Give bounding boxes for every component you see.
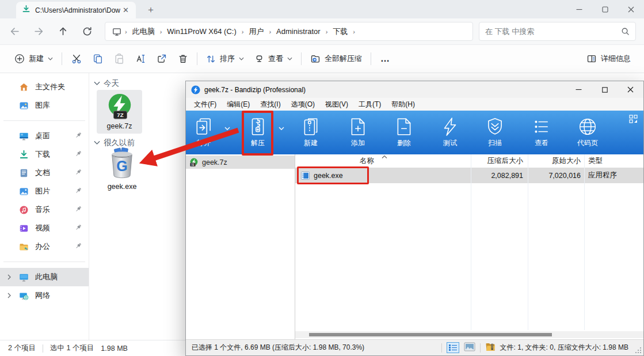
open-dropdown[interactable] [222,127,233,131]
minimize-button[interactable] [566,0,592,18]
bandizip-title-bar[interactable]: geek.7z - Bandizip (Professional) [186,81,643,98]
close-button[interactable] [618,0,644,18]
bandizip-minimize-button[interactable] [566,81,592,98]
search-icon [621,27,630,36]
tab-close-icon[interactable]: ✕ [120,6,131,14]
refresh-button[interactable] [77,22,97,41]
more-button[interactable]: … [375,54,397,64]
details-label: 详细信息 [601,54,631,64]
paste-button[interactable] [108,48,129,69]
add-files-button[interactable]: 添加 [340,117,376,148]
sidebar-item-documents[interactable]: 文档 [0,164,89,182]
window-controls [566,0,644,18]
search-input[interactable] [485,27,621,36]
view-button[interactable]: 查看 [249,48,298,69]
preview-toggle[interactable] [464,342,475,353]
file-geek7z[interactable]: 7Z geek.7z [97,90,142,134]
bandizip-close-button[interactable] [618,81,643,98]
breadcrumb-downloads[interactable]: 下载 [329,26,352,37]
sidebar-item-music[interactable]: 音乐 [0,200,89,219]
forward-button[interactable] [29,22,48,41]
scan-button[interactable]: 扫描 [477,117,513,148]
column-header-type[interactable]: 类型 [584,156,643,166]
search-box[interactable] [479,22,636,41]
toolbar-divider [62,52,62,65]
sidebar-item-downloads[interactable]: 下载 [0,145,89,164]
extract-all-button[interactable]: 全部解压缩 [305,48,367,69]
codepage-button[interactable]: 代码页 [570,117,605,148]
toolbar-label: 代码页 [577,138,598,148]
rename-button[interactable] [129,48,151,69]
view-file-button[interactable]: 查看 [524,117,559,148]
explorer-tab[interactable]: C:\Users\Administrator\Downl ✕ [16,2,136,18]
breadcrumb-this-pc[interactable]: 此电脑 [128,26,159,37]
menu-edit[interactable]: 编辑(E) [222,100,255,109]
details-view-toggle[interactable] [447,342,459,353]
sidebar-item-this-pc[interactable]: 此电脑 [0,268,89,286]
new-tab-button[interactable]: ＋ [146,4,155,18]
menu-view[interactable]: 视图(V) [320,100,353,109]
trash-icon [178,54,188,64]
sidebar-item-office[interactable]: 办公 [0,237,89,256]
extract-dropdown[interactable] [276,127,287,131]
details-button[interactable]: 详细信息 [581,48,636,69]
menu-file[interactable]: 文件(F) [189,100,222,109]
horizontal-scrollbar[interactable] [295,331,643,338]
menu-options[interactable]: 选项(O) [286,100,320,109]
resize-grip[interactable] [635,347,642,354]
scrollbar-thumb[interactable] [309,333,552,336]
open-archive-button[interactable]: 打开 [186,117,222,148]
menu-help[interactable]: 帮助(H) [386,100,420,109]
new-archive-button[interactable]: 新建 [293,117,329,148]
tree-item-geek7z[interactable]: 7Z geek.7z [186,156,295,169]
menu-tools[interactable]: 工具(T) [353,100,386,109]
sidebar-item-network[interactable]: 网络 [0,286,89,305]
sidebar-item-label: 音乐 [35,204,50,215]
column-divider [528,154,528,330]
sidebar-item-gallery[interactable]: 图库 [0,96,89,115]
share-button[interactable] [151,48,172,69]
list-header: 名称 压缩后大小 原始大小 类型 [295,154,643,168]
address-bar: › 此电脑 › Win11ProW X64 (C:) › 用户 › Admini… [0,18,644,45]
up-button[interactable] [53,22,73,41]
toolbar-label: 添加 [351,138,365,148]
maximize-button[interactable] [592,0,618,18]
sidebar-item-home[interactable]: 主文件夹 [0,78,89,96]
cut-button[interactable] [66,48,87,69]
file-name: geek.exe [96,183,148,191]
group-header-today[interactable]: 今天 [94,78,119,89]
test-archive-button[interactable]: 测试 [432,117,468,148]
open-archive-folder-icon[interactable] [485,342,496,354]
layout-toggle-icon[interactable] [629,115,638,126]
sidebar-item-videos[interactable]: 视频 [0,219,89,237]
sidebar-item-desktop[interactable]: 桌面 [0,127,89,145]
address-box[interactable]: › 此电脑 › Win11ProW X64 (C:) › 用户 › Admini… [105,22,473,41]
copy-button[interactable] [87,48,108,69]
selected-count: 选中 1 个项目 [50,343,94,353]
open-icon [194,117,214,137]
breadcrumb-drive-c[interactable]: Win11ProW X64 (C:) [163,27,240,36]
add-icon [348,117,368,137]
bandizip-content: 7Z geek.7z 名称 压缩后大小 原始大小 类型 [186,154,643,339]
tree-item-label: geek.7z [202,158,227,166]
bandizip-maximize-button[interactable] [592,81,618,98]
file-type-value: 应用程序 [584,171,643,180]
bandizip-status-bar: 已选择 1 个文件, 6.69 MB (压缩后大小: 1.98 MB, 70.3… [186,339,643,355]
status-divider [43,344,43,353]
column-header-packed-size[interactable]: 压缩后大小 [471,156,528,166]
delete-button[interactable] [172,48,193,69]
delete-files-button[interactable]: 删除 [386,117,422,148]
column-header-original-size[interactable]: 原始大小 [528,156,584,166]
file-geekexe[interactable]: G geek.exe [96,147,148,191]
breadcrumb-users[interactable]: 用户 [245,26,268,37]
back-button[interactable] [5,22,24,41]
breadcrumb-administrator[interactable]: Administrator [272,27,325,36]
bandizip-window-title: geek.7z - Bandizip (Professional) [204,86,566,94]
menu-find[interactable]: 查找(I) [255,100,285,109]
sidebar-item-pictures[interactable]: 图片 [0,182,89,200]
sort-button[interactable]: 排序 [201,48,249,69]
new-button[interactable]: 新建 [9,48,58,69]
folder-icon [19,242,29,252]
selected-size: 1.98 MB [101,344,128,353]
document-icon [19,168,29,178]
